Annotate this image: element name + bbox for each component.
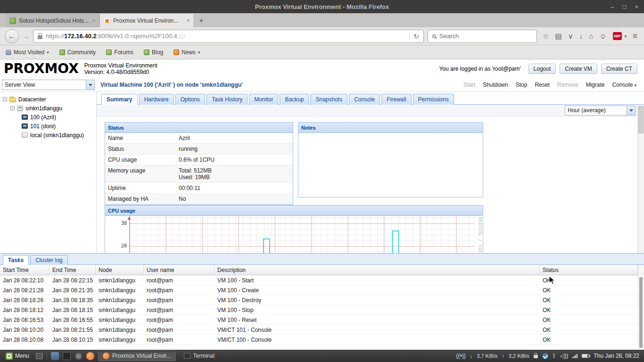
task-row[interactable]: Jan 28 08:10:20 Jan 28 08:21:55 smkn1dla… bbox=[0, 325, 644, 335]
tab-console[interactable]: Console bbox=[349, 94, 380, 105]
browser-tab-hotspot[interactable]: Solusi HotspotSolusi Hots... × bbox=[6, 14, 100, 27]
task-row[interactable]: Jan 28 08:10:08 Jan 28 08:10:15 smkn1dla… bbox=[0, 335, 644, 345]
volume-icon[interactable]: ◁)) bbox=[560, 353, 568, 359]
back-button[interactable]: ← bbox=[5, 29, 19, 43]
tab-tasks[interactable]: Tasks bbox=[3, 255, 29, 265]
task-cell: Jan 28 08:18:35 bbox=[50, 295, 96, 304]
tab-close-icon[interactable]: × bbox=[92, 17, 96, 24]
chat-icon[interactable]: ☺ bbox=[599, 32, 606, 40]
tree-item-datacenter[interactable]: − Datacenter bbox=[0, 95, 96, 104]
show-desktop-button[interactable] bbox=[36, 353, 43, 359]
bookmark-community[interactable]: Community bbox=[59, 49, 96, 56]
mint-site-icon bbox=[144, 49, 149, 55]
forward-button[interactable]: → bbox=[23, 33, 29, 40]
url-path: :8006/#v1:0:=qemu%2F100:4::::: bbox=[97, 33, 186, 40]
clock[interactable]: Thu Jan 28, 08:22 bbox=[594, 353, 639, 359]
menu-button[interactable]: Menu bbox=[3, 351, 32, 361]
new-tab-button[interactable]: + bbox=[194, 14, 208, 27]
combo-arrow-button[interactable] bbox=[627, 106, 635, 115]
tree-item-vm-101[interactable]: 101 (doni) bbox=[0, 122, 96, 131]
home-icon[interactable]: ⌂ bbox=[589, 32, 593, 40]
task-row[interactable]: Jan 28 08:18:12 Jan 28 08:18:15 smkn1dla… bbox=[0, 305, 644, 315]
vm-action-reset[interactable]: Reset bbox=[535, 82, 549, 88]
server-view-select[interactable]: Server View bbox=[2, 80, 95, 90]
task-row[interactable]: Jan 28 08:21:28 Jan 28 08:21:35 smkn1dla… bbox=[0, 285, 644, 295]
task-row[interactable]: Jan 28 08:16:53 Jan 28 08:16:55 smkn1dla… bbox=[0, 315, 644, 325]
tab-backup[interactable]: Backup bbox=[280, 94, 309, 105]
launcher-firefox-icon[interactable] bbox=[86, 352, 94, 360]
tab-monitor[interactable]: Monitor bbox=[249, 94, 278, 105]
tasks-scrollbar[interactable] bbox=[638, 265, 644, 350]
combo-arrow-button[interactable] bbox=[86, 80, 94, 90]
window-button-proxmox[interactable]: Proxmox Virtual Envir... bbox=[98, 351, 176, 361]
close-button[interactable]: × bbox=[635, 3, 638, 10]
tree-item-storage-local[interactable]: local (smkn1dlanggu) bbox=[0, 131, 96, 140]
console-label: Console bbox=[612, 82, 633, 88]
vm-action-shutdown[interactable]: Shutdown bbox=[483, 82, 508, 88]
reload-button[interactable]: ↻ bbox=[409, 33, 419, 40]
lock-tray-icon[interactable] bbox=[534, 355, 538, 358]
battery-icon[interactable] bbox=[582, 354, 589, 358]
vm-action-stop[interactable]: Stop bbox=[516, 82, 528, 88]
launcher-terminal-icon[interactable] bbox=[63, 352, 71, 360]
mint-site-icon bbox=[106, 49, 112, 55]
launcher-screenshot-icon[interactable] bbox=[74, 352, 83, 360]
column-header-user-name[interactable]: User name bbox=[144, 265, 215, 275]
tree-item-node-smkn1dlanggu[interactable]: − smkn1dlanggu bbox=[0, 104, 96, 113]
url-bar[interactable]: https://172.16.40.2:8006/#v1:0:=qemu%2F1… bbox=[33, 30, 424, 43]
tab-firewall[interactable]: Firewall bbox=[381, 94, 411, 105]
bookmark-star-icon[interactable]: ☆ bbox=[543, 32, 549, 41]
minimize-button[interactable]: – bbox=[611, 3, 614, 10]
network-icon[interactable]: ((•)) bbox=[456, 353, 466, 359]
tab-close-icon[interactable]: × bbox=[186, 17, 190, 24]
content-scrollbar[interactable] bbox=[637, 105, 644, 253]
vm-action-console[interactable]: Console▾ bbox=[612, 82, 636, 88]
search-input[interactable] bbox=[439, 33, 532, 40]
downloads-icon[interactable]: ↓ bbox=[579, 32, 583, 40]
create-vm-button[interactable]: Create VM bbox=[560, 64, 597, 74]
bookmark-blog[interactable]: Blog bbox=[144, 49, 163, 56]
tree-item-vm-100[interactable]: 100 (Azril) bbox=[0, 113, 96, 122]
search-bar[interactable] bbox=[428, 30, 537, 43]
column-header-description[interactable]: Description bbox=[215, 265, 540, 275]
status-row: Managed by HA No bbox=[105, 194, 293, 205]
tab-cluster-log[interactable]: Cluster log bbox=[30, 255, 67, 265]
collapse-icon[interactable]: − bbox=[3, 97, 7, 101]
maximize-button[interactable]: □ bbox=[623, 3, 627, 10]
browser-tab-proxmox[interactable]: Proxmox Virtual Environ... × bbox=[100, 14, 194, 27]
tab-options[interactable]: Options bbox=[175, 94, 205, 105]
time-range-select[interactable]: Hour (average) bbox=[565, 106, 636, 115]
tab-permissions[interactable]: Permissions bbox=[413, 94, 454, 105]
column-header-node[interactable]: Node bbox=[96, 265, 144, 275]
bookmark-news[interactable]: News ▾ bbox=[173, 49, 200, 56]
tab-hardware[interactable]: Hardware bbox=[139, 94, 174, 105]
adblock-caret-icon[interactable]: ▾ bbox=[625, 34, 627, 39]
create-ct-button[interactable]: Create CT bbox=[601, 64, 637, 74]
task-row[interactable]: Jan 28 08:18:26 Jan 28 08:18:35 smkn1dla… bbox=[0, 295, 644, 305]
window-button-terminal[interactable]: Terminal bbox=[180, 351, 219, 361]
tab-snapshots[interactable]: Snapshots bbox=[310, 94, 347, 105]
scrollbar-thumb[interactable] bbox=[639, 277, 643, 348]
task-row[interactable]: Jan 28 08:22:10 Jan 28 08:22:15 smkn1dla… bbox=[0, 275, 644, 285]
bookmarks-panel-icon[interactable]: ▤ bbox=[555, 32, 561, 41]
bookmark-most-visited[interactable]: Most Visited ▾ bbox=[6, 49, 49, 56]
column-header-status[interactable]: Status bbox=[540, 265, 638, 275]
launcher-files-icon[interactable] bbox=[51, 352, 59, 360]
browser-tab-bar: Solusi HotspotSolusi Hots... × Proxmox V… bbox=[0, 13, 644, 27]
update-manager-icon[interactable] bbox=[542, 353, 548, 359]
scrollbar-thumb[interactable] bbox=[638, 106, 644, 133]
bookmark-forums[interactable]: Forums bbox=[106, 49, 133, 56]
tab-task-history[interactable]: Task History bbox=[206, 94, 248, 105]
url-text[interactable]: https://172.16.40.2:8006/#v1:0:=qemu%2F1… bbox=[46, 33, 406, 40]
pocket-icon[interactable]: ∨ bbox=[568, 32, 573, 41]
logout-button[interactable]: Logout bbox=[528, 64, 556, 74]
column-header-end-time[interactable]: End Time bbox=[50, 265, 96, 275]
vm-action-migrate[interactable]: Migrate bbox=[586, 82, 604, 88]
column-header-start-time[interactable]: Start Time bbox=[0, 265, 50, 275]
tab-summary[interactable]: Summary bbox=[101, 94, 138, 105]
hamburger-menu-icon[interactable]: ≡ bbox=[633, 32, 637, 41]
adblock-icon[interactable]: ABP bbox=[613, 32, 622, 40]
signal-bars-icon[interactable] bbox=[572, 354, 578, 358]
bluetooth-icon[interactable]: ᛒ bbox=[553, 353, 556, 359]
collapse-icon[interactable]: − bbox=[10, 106, 15, 110]
